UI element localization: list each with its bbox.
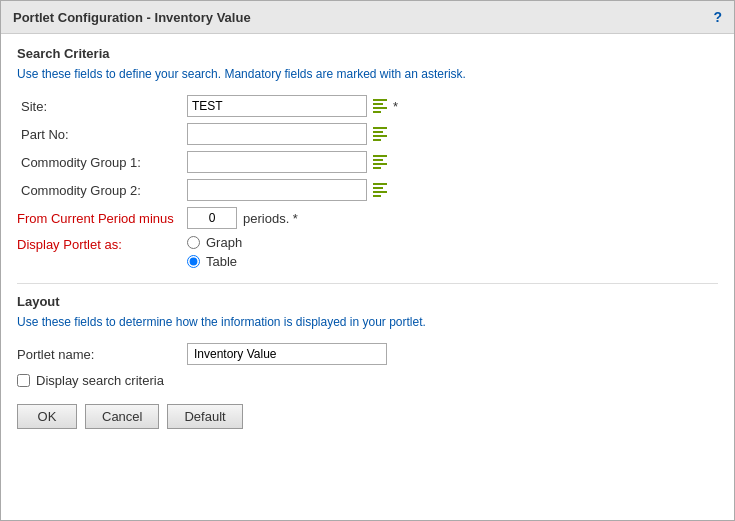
partno-row: Part No: [17,123,718,145]
site-list-icon[interactable] [373,99,387,113]
layout-title: Layout [17,294,718,309]
portlet-name-input[interactable] [187,343,387,365]
search-criteria-section: Search Criteria Use these fields to defi… [17,46,718,269]
cg1-row: Commodity Group 1: [17,151,718,173]
radio-graph-label: Graph [206,235,242,250]
ok-button[interactable]: OK [17,404,77,429]
periods-suffix: periods. * [243,211,298,226]
portlet-name-row: Portlet name: [17,343,718,365]
dialog-title: Portlet Configuration - Inventory Value [13,10,251,25]
default-button[interactable]: Default [167,404,242,429]
site-input-wrapper: * [187,95,398,117]
dialog-body: Search Criteria Use these fields to defi… [1,34,734,441]
cg2-row: Commodity Group 2: [17,179,718,201]
display-portlet-row: Display Portlet as: Graph Table [17,235,718,269]
cg1-list-icon[interactable] [373,155,387,169]
partno-input[interactable] [187,123,367,145]
radio-option-graph[interactable]: Graph [187,235,242,250]
display-portlet-label: Display Portlet as: [17,235,187,252]
section-divider [17,283,718,284]
search-criteria-title: Search Criteria [17,46,718,61]
display-search-criteria-label: Display search criteria [36,373,164,388]
partno-input-wrapper [187,123,387,145]
cg1-label: Commodity Group 1: [17,155,187,170]
cg2-label: Commodity Group 2: [17,183,187,198]
layout-section: Layout Use these fields to determine how… [17,294,718,388]
site-asterisk: * [393,99,398,114]
layout-info: Use these fields to determine how the in… [17,315,718,329]
radio-graph[interactable] [187,236,200,249]
help-button[interactable]: ? [713,9,722,25]
site-input[interactable] [187,95,367,117]
button-row: OK Cancel Default [17,404,718,429]
periods-row: From Current Period minus periods. * [17,207,718,229]
display-portlet-options: Graph Table [187,235,242,269]
dialog-header: Portlet Configuration - Inventory Value … [1,1,734,34]
cg1-input-wrapper [187,151,387,173]
cg2-list-icon[interactable] [373,183,387,197]
site-label: Site: [17,99,187,114]
cancel-button[interactable]: Cancel [85,404,159,429]
periods-input[interactable] [187,207,237,229]
cg2-input[interactable] [187,179,367,201]
partno-list-icon[interactable] [373,127,387,141]
cg1-input[interactable] [187,151,367,173]
periods-label: From Current Period minus [17,211,187,226]
cg2-input-wrapper [187,179,387,201]
site-row: Site: * [17,95,718,117]
partno-label: Part No: [17,127,187,142]
display-search-criteria-row: Display search criteria [17,373,718,388]
radio-option-table[interactable]: Table [187,254,242,269]
portlet-name-label: Portlet name: [17,347,187,362]
radio-table[interactable] [187,255,200,268]
display-search-criteria-checkbox[interactable] [17,374,30,387]
search-criteria-info: Use these fields to define your search. … [17,67,718,81]
dialog-container: Portlet Configuration - Inventory Value … [0,0,735,521]
radio-table-label: Table [206,254,237,269]
